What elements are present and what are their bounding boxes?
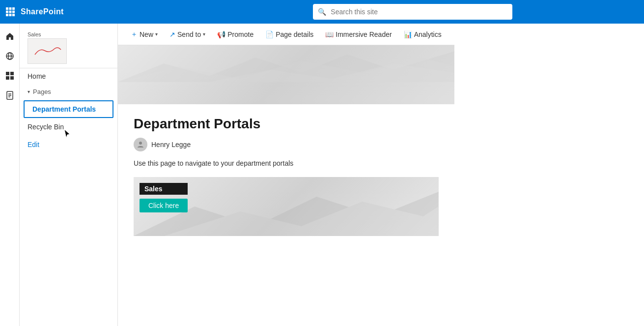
svg-rect-13 [10,72,14,75]
top-bar: SharePoint 🔍 [0,0,644,24]
toolbar: ＋ New ▾ ↗ Send to ▾ 📢 Promote 📄 Page det… [118,24,454,45]
icon-rail [0,24,20,326]
page-details-button[interactable]: 📄 Page details [260,28,318,41]
page-description: Use this page to navigate to your depart… [134,159,439,167]
grid-icon-rail[interactable] [1,67,19,85]
hero-banner [118,45,454,104]
send-to-label: Send to [177,30,201,38]
sales-thumbnail-bar: Sales [20,30,117,68]
svg-rect-4 [9,11,12,13]
sidebar-pages-header[interactable]: ▾ Pages [20,84,117,99]
sidebar-item-department-portals[interactable]: Department Portals [24,100,113,118]
sidebar-edit[interactable]: Edit [20,137,117,152]
new-chevron-icon: ▾ [155,31,158,37]
immersive-reader-button[interactable]: 📖 Immersive Reader [320,28,396,41]
promote-button[interactable]: 📢 Promote [212,28,258,41]
page-title: Department Portals [134,116,439,132]
search-container: 🔍 [313,4,512,20]
svg-rect-2 [12,7,15,10]
svg-rect-15 [10,76,14,80]
sales-card-inner: Sales Click here [140,183,188,212]
page-details-icon: 📄 [265,30,274,38]
immersive-reader-label: Immersive Reader [336,30,392,38]
main-content: ＋ New ▾ ↗ Send to ▾ 📢 Promote 📄 Page det… [118,24,454,326]
analytics-label: Analytics [414,30,442,38]
search-input[interactable] [313,4,512,20]
svg-rect-0 [6,7,8,10]
grid-icon[interactable] [6,7,15,16]
click-here-button[interactable]: Click here [140,199,188,212]
send-to-button[interactable]: ↗ Send to ▾ [165,28,210,41]
avatar [134,138,147,151]
page-details-label: Page details [276,30,313,38]
svg-rect-14 [6,76,9,80]
send-chevron-icon: ▾ [203,31,205,37]
home-icon-rail[interactable] [1,28,19,45]
page-area: Department Portals Henry Legge Use this … [118,45,454,248]
new-button[interactable]: ＋ New ▾ [126,27,163,42]
svg-rect-8 [12,14,15,16]
analytics-button[interactable]: 📊 Analytics [399,28,447,41]
svg-point-23 [139,142,142,145]
sidebar: Sales Home ▾ Pages Department Portals Re… [20,24,118,326]
promote-label: Promote [227,30,253,38]
sales-thumbnail[interactable] [28,38,67,64]
svg-rect-7 [9,14,12,16]
svg-rect-12 [6,72,9,75]
author-name: Henry Legge [151,141,191,148]
document-icon-rail[interactable] [1,87,19,104]
sales-card-label: Sales [140,183,188,195]
reader-icon: 📖 [325,30,334,38]
search-icon: 🔍 [318,8,326,16]
svg-rect-1 [9,7,12,10]
analytics-icon: 📊 [404,30,412,38]
page-inner: Department Portals Henry Legge Use this … [118,104,454,248]
sales-card: Sales Click here [134,177,439,236]
promote-icon: 📢 [217,30,225,38]
svg-rect-5 [12,11,15,13]
send-icon: ↗ [169,30,175,38]
chevron-down-icon: ▾ [28,89,30,94]
app-title: SharePoint [21,7,64,16]
sales-thumb-label: Sales [28,31,110,37]
new-label: New [140,30,153,38]
sidebar-pages-label: Pages [33,88,51,95]
plus-icon: ＋ [131,30,138,39]
sidebar-home[interactable]: Home [20,68,117,84]
svg-rect-6 [6,14,8,16]
sidebar-recycle-bin[interactable]: Recycle Bin [20,119,117,135]
app-layout: Sales Home ▾ Pages Department Portals Re… [0,24,644,326]
svg-rect-3 [6,11,8,13]
globe-icon-rail[interactable] [1,47,19,65]
page-author: Henry Legge [134,138,439,151]
